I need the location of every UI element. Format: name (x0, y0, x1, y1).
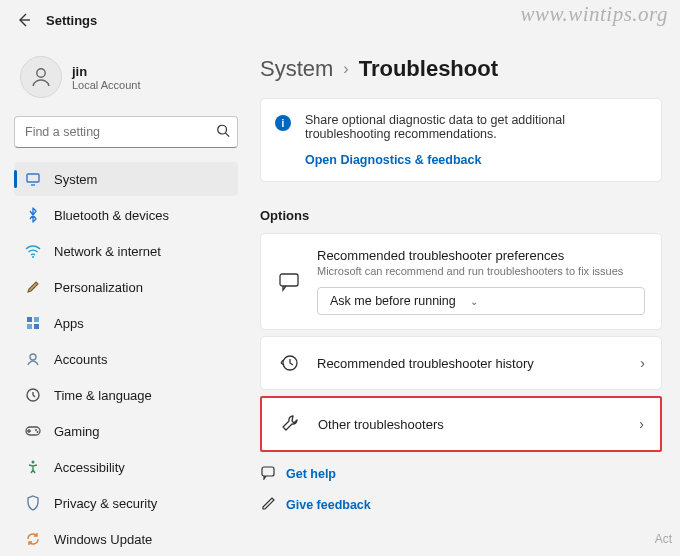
svg-rect-2 (27, 174, 39, 182)
give-feedback-link[interactable]: Give feedback (260, 495, 662, 514)
breadcrumb-current: Troubleshoot (359, 56, 498, 82)
brush-icon (24, 278, 42, 296)
sidebar-item-label: Time & language (54, 388, 152, 403)
system-icon (24, 170, 42, 188)
get-help-link[interactable]: Get help (260, 464, 662, 483)
pref-title: Recommended troubleshooter preferences (317, 248, 645, 263)
svg-rect-14 (280, 274, 298, 286)
sidebar-item-personalization[interactable]: Personalization (14, 270, 238, 304)
clock-icon (24, 386, 42, 404)
wifi-icon (24, 242, 42, 260)
chevron-down-icon: ⌄ (470, 296, 478, 307)
app-title: Settings (46, 13, 97, 28)
profile-name: jin (72, 64, 141, 79)
svg-point-8 (30, 354, 36, 360)
sidebar-item-apps[interactable]: Apps (14, 306, 238, 340)
svg-rect-7 (34, 324, 39, 329)
history-icon (277, 351, 301, 375)
accounts-icon (24, 350, 42, 368)
get-help-label: Get help (286, 467, 336, 481)
sidebar-item-label: Network & internet (54, 244, 161, 259)
apps-icon (24, 314, 42, 332)
svg-rect-5 (34, 317, 39, 322)
search-wrap (14, 116, 238, 148)
sidebar: jin Local Account System Bluetooth & dev… (0, 40, 248, 556)
watermark-text: www.wintips.org (520, 2, 668, 27)
svg-point-12 (37, 431, 39, 433)
info-text: Share optional diagnostic data to get ad… (305, 113, 645, 141)
sidebar-item-time-language[interactable]: Time & language (14, 378, 238, 412)
give-feedback-label: Give feedback (286, 498, 371, 512)
search-icon (216, 124, 230, 141)
open-diagnostics-link[interactable]: Open Diagnostics & feedback (305, 153, 645, 167)
sidebar-item-network[interactable]: Network & internet (14, 234, 238, 268)
chevron-right-icon: › (639, 416, 644, 432)
sidebar-item-accounts[interactable]: Accounts (14, 342, 238, 376)
breadcrumb-parent[interactable]: System (260, 56, 333, 82)
wrench-icon (278, 412, 302, 436)
svg-rect-16 (262, 467, 274, 476)
accessibility-icon (24, 458, 42, 476)
gaming-icon (24, 422, 42, 440)
recommended-history-card[interactable]: Recommended troubleshooter history › (260, 336, 662, 390)
sidebar-item-label: Accounts (54, 352, 107, 367)
dropdown-value: Ask me before running (330, 294, 456, 308)
sidebar-item-privacy[interactable]: Privacy & security (14, 486, 238, 520)
sidebar-item-label: Personalization (54, 280, 143, 295)
svg-point-11 (35, 429, 37, 431)
sidebar-item-label: Gaming (54, 424, 100, 439)
sidebar-item-windows-update[interactable]: Windows Update (14, 522, 238, 556)
sidebar-item-label: Windows Update (54, 532, 152, 547)
chevron-right-icon: › (343, 60, 348, 78)
info-icon: i (275, 115, 291, 131)
avatar (20, 56, 62, 98)
svg-point-3 (32, 256, 34, 258)
other-title: Other troubleshooters (318, 417, 623, 432)
sidebar-item-gaming[interactable]: Gaming (14, 414, 238, 448)
diagnostics-info-card: i Share optional diagnostic data to get … (260, 98, 662, 182)
svg-point-0 (37, 69, 45, 77)
chevron-right-icon: › (640, 355, 645, 371)
svg-point-13 (32, 461, 35, 464)
sidebar-item-accessibility[interactable]: Accessibility (14, 450, 238, 484)
sidebar-item-label: Apps (54, 316, 84, 331)
feedback-icon (260, 495, 276, 514)
search-input[interactable] (14, 116, 238, 148)
options-heading: Options (260, 208, 662, 223)
update-icon (24, 530, 42, 548)
sidebar-item-label: Accessibility (54, 460, 125, 475)
back-button[interactable] (10, 6, 38, 34)
history-title: Recommended troubleshooter history (317, 356, 624, 371)
sidebar-item-system[interactable]: System (14, 162, 238, 196)
main-content: System › Troubleshoot i Share optional d… (248, 40, 680, 556)
recommended-preferences-card: Recommended troubleshooter preferences M… (260, 233, 662, 330)
profile-block[interactable]: jin Local Account (14, 46, 238, 112)
sidebar-item-label: Bluetooth & devices (54, 208, 169, 223)
svg-rect-4 (27, 317, 32, 322)
help-icon (260, 464, 276, 483)
breadcrumb: System › Troubleshoot (260, 56, 662, 82)
sidebar-item-label: Privacy & security (54, 496, 157, 511)
sidebar-item-label: System (54, 172, 97, 187)
svg-rect-6 (27, 324, 32, 329)
other-troubleshooters-card[interactable]: Other troubleshooters › (260, 396, 662, 452)
profile-type: Local Account (72, 79, 141, 91)
chat-icon (277, 270, 301, 294)
sidebar-item-bluetooth[interactable]: Bluetooth & devices (14, 198, 238, 232)
bluetooth-icon (24, 206, 42, 224)
svg-point-1 (218, 125, 227, 134)
back-arrow-icon (16, 12, 32, 28)
person-icon (29, 65, 53, 89)
pref-dropdown[interactable]: Ask me before running ⌄ (317, 287, 645, 315)
shield-icon (24, 494, 42, 512)
pref-sub: Microsoft can recommend and run troubles… (317, 265, 645, 277)
activate-text: Act (655, 532, 672, 546)
